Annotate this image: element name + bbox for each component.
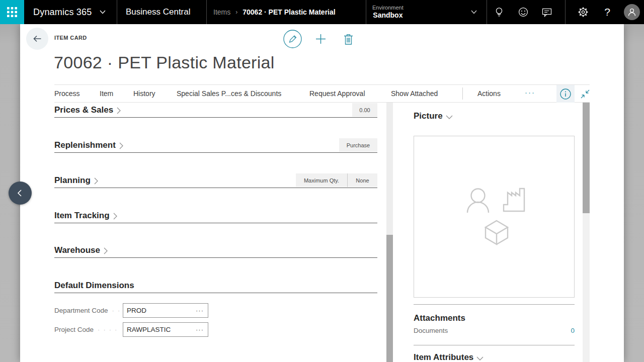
business-central-app: Dynamics 365 Business Central Items › 70… bbox=[0, 0, 644, 362]
new-button[interactable] bbox=[315, 34, 326, 46]
chevron-right-icon bbox=[119, 142, 123, 149]
feedback-smiley-button[interactable] bbox=[511, 0, 535, 24]
section-label: Item Tracking bbox=[54, 211, 110, 221]
section-warehouse: Warehouse bbox=[54, 242, 377, 258]
menu-history[interactable]: History bbox=[133, 85, 155, 102]
avatar bbox=[624, 4, 640, 20]
card-type-label: ITEM CARD bbox=[54, 35, 87, 41]
right-pane-divider bbox=[414, 304, 575, 305]
product-title-label: Business Central bbox=[126, 7, 191, 17]
section-default-dimensions-header: Default Dimensions bbox=[54, 281, 134, 291]
department-code-input[interactable]: PROD ··· bbox=[123, 303, 208, 318]
help-button[interactable]: ? bbox=[595, 0, 619, 24]
environment-chevron-icon[interactable] bbox=[471, 10, 477, 14]
trash-icon bbox=[344, 34, 353, 45]
breadcrumb-items-link[interactable]: Items bbox=[213, 8, 230, 16]
item-picture-placeholder[interactable] bbox=[414, 136, 575, 298]
environment-picker[interactable]: Environment Sandbox bbox=[372, 0, 404, 24]
breadcrumb: Items › 70062 · PET Plastic Material bbox=[213, 0, 336, 24]
menu-special-sales[interactable]: Special Sales P...ces & Discounts bbox=[177, 85, 281, 102]
back-button[interactable] bbox=[26, 28, 48, 50]
chevron-down-icon bbox=[100, 10, 106, 14]
smiley-icon bbox=[517, 6, 529, 18]
section-item-tracking-header[interactable]: Item Tracking bbox=[54, 211, 117, 221]
section-default-dimensions: Default Dimensions bbox=[54, 278, 377, 293]
environment-label: Environment bbox=[372, 5, 404, 11]
settings-button[interactable] bbox=[571, 0, 595, 24]
page-scrollbar-thumb[interactable] bbox=[583, 103, 590, 213]
info-icon bbox=[560, 88, 571, 100]
environment-value: Sandbox bbox=[373, 11, 403, 20]
section-label: Attachments bbox=[414, 313, 465, 323]
chevron-left-icon bbox=[16, 189, 24, 197]
left-pane-scrollbar-thumb[interactable] bbox=[386, 235, 393, 362]
chevron-down-icon bbox=[446, 115, 453, 119]
assist-edit-button[interactable]: ··· bbox=[196, 307, 208, 314]
right-pane-divider bbox=[414, 345, 575, 345]
action-menu-bar: Process Item History Special Sales P...c… bbox=[54, 84, 590, 103]
page-scrollbar[interactable] bbox=[583, 103, 590, 362]
section-label: Planning bbox=[54, 175, 91, 186]
question-mark-icon: ? bbox=[604, 6, 610, 18]
topbar-divider bbox=[117, 0, 117, 24]
section-label: Default Dimensions bbox=[54, 281, 134, 291]
field-value: PROD bbox=[123, 307, 196, 314]
menu-actions[interactable]: Actions bbox=[477, 85, 501, 102]
section-prices-and-sales-header[interactable]: Prices & Sales bbox=[54, 105, 121, 115]
project-code-input[interactable]: RAWPLASTIC ··· bbox=[123, 322, 208, 337]
documents-label: Documents bbox=[414, 327, 448, 334]
chevron-down-icon bbox=[476, 356, 484, 360]
person-icon bbox=[627, 7, 637, 17]
documents-row: Documents 0 bbox=[414, 327, 575, 338]
topbar-divider bbox=[565, 0, 566, 24]
section-label: Item Attributes bbox=[414, 352, 473, 362]
item-attributes-section-header[interactable]: Item Attributes bbox=[414, 352, 484, 362]
section-replenishment-header[interactable]: Replenishment bbox=[54, 140, 123, 150]
left-pane-scrollbar[interactable] bbox=[386, 103, 393, 362]
field-label: Project Code bbox=[54, 322, 94, 337]
field-department-code: Department Code ···················· PRO… bbox=[54, 303, 377, 318]
section-prices-and-sales: Prices & Sales 0.00 bbox=[54, 102, 377, 118]
pencil-icon bbox=[283, 30, 302, 48]
menu-overflow-button[interactable]: ··· bbox=[525, 85, 535, 102]
item-tracking-badge: None bbox=[347, 173, 377, 187]
menu-item-tab[interactable]: Item bbox=[100, 85, 113, 102]
menu-process[interactable]: Process bbox=[54, 85, 80, 102]
app-launcher-button[interactable] bbox=[0, 0, 24, 24]
chevron-right-icon bbox=[117, 107, 121, 114]
info-button[interactable] bbox=[556, 85, 575, 103]
back-arrow-icon bbox=[32, 33, 43, 44]
section-label: Replenishment bbox=[54, 140, 116, 150]
collapse-arrows-icon bbox=[580, 89, 590, 99]
assist-edit-button[interactable]: ··· bbox=[196, 326, 208, 333]
documents-count-link[interactable]: 0 bbox=[571, 327, 575, 334]
section-planning-header[interactable]: Planning bbox=[54, 175, 98, 186]
menu-show-attached[interactable]: Show Attached bbox=[391, 85, 438, 102]
delete-button[interactable] bbox=[344, 34, 353, 47]
unit-price-badge: 0.00 bbox=[352, 103, 377, 117]
section-replenishment: Replenishment Purchase bbox=[54, 137, 377, 153]
product-title[interactable]: Business Central bbox=[126, 0, 191, 24]
menu-request-approval[interactable]: Request Approval bbox=[309, 85, 365, 102]
section-label: Prices & Sales bbox=[54, 105, 113, 115]
chevron-right-icon bbox=[113, 213, 117, 220]
item-placeholder-icon bbox=[457, 186, 532, 251]
top-navigation-bar: Dynamics 365 Business Central Items › 70… bbox=[0, 0, 644, 24]
reordering-policy-badge: Maximum Qty. bbox=[296, 173, 347, 187]
replenishment-system-badge: Purchase bbox=[339, 138, 377, 152]
picture-section-header[interactable]: Picture bbox=[414, 111, 453, 121]
feedback-message-button[interactable] bbox=[535, 0, 559, 24]
topbar-divider bbox=[366, 0, 366, 24]
section-planning: Planning Maximum Qty. None bbox=[54, 172, 377, 188]
collapse-pane-button[interactable] bbox=[9, 182, 32, 205]
whats-new-button[interactable] bbox=[487, 0, 511, 24]
section-warehouse-header[interactable]: Warehouse bbox=[54, 245, 108, 255]
account-button[interactable] bbox=[620, 0, 644, 24]
plus-icon bbox=[315, 34, 326, 44]
attachments-section-header: Attachments bbox=[414, 313, 465, 323]
app-title[interactable]: Dynamics 365 bbox=[33, 0, 106, 24]
gear-icon bbox=[577, 6, 589, 18]
edit-button[interactable] bbox=[283, 30, 302, 50]
leader-dots: ···················· bbox=[112, 303, 120, 318]
focus-mode-button[interactable] bbox=[577, 85, 594, 103]
